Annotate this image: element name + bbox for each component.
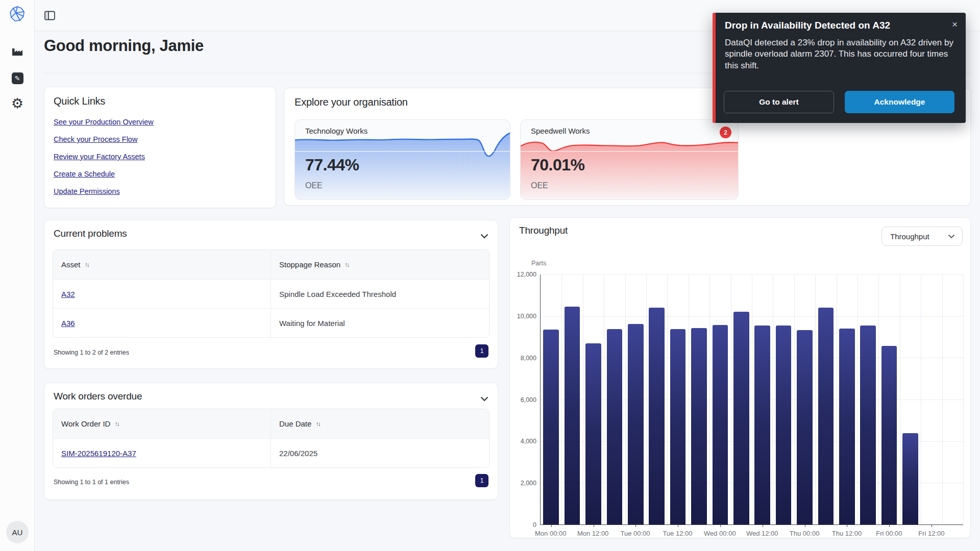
x-axis-tick-label: Wed 00:00 (704, 530, 736, 537)
work-order-link[interactable]: SIM-2025619120-A37 (61, 449, 136, 458)
go-to-alert-button[interactable]: Go to alert (724, 91, 834, 113)
x-axis-tick (847, 524, 847, 527)
sidebar-toggle-icon[interactable] (44, 10, 56, 21)
throughput-bar[interactable] (585, 343, 601, 524)
x-axis-tick (635, 524, 636, 527)
x-axis-tick (678, 524, 678, 527)
x-axis-tick-label: Mon 12:00 (577, 530, 608, 537)
pagination-page-1[interactable]: 1 (475, 344, 488, 358)
table-row: SIM-2025619120-A37 22/06/2025 (53, 438, 489, 467)
sort-icon[interactable]: ↑↓ (345, 261, 349, 268)
stoppage-reason: Waiting for Material (271, 309, 489, 337)
due-date: 22/06/2025 (271, 439, 489, 467)
x-axis-tick (889, 524, 890, 527)
current-problems-table: Asset ↑↓ Stoppage Reason ↑↓ A32 Spindle … (53, 249, 489, 338)
avatar[interactable]: AU (6, 521, 29, 543)
y-axis-tick-label: 6,000 (511, 396, 536, 404)
column-header-work-order-id: Work Order ID (61, 419, 110, 428)
gridline-horizontal (541, 358, 963, 358)
throughput-bar[interactable] (670, 329, 686, 524)
edit-icon[interactable]: ✎ (11, 71, 24, 85)
acknowledge-button[interactable]: Acknowledge (845, 91, 954, 113)
app-logo-icon[interactable] (8, 5, 27, 23)
factory-icon[interactable] (11, 45, 24, 58)
asset-link-a36[interactable]: A36 (61, 319, 75, 328)
gridline-horizontal (541, 316, 963, 317)
asset-link-a32[interactable]: A32 (61, 290, 75, 298)
metric-select-value: Throughput (890, 232, 929, 241)
quick-links-card: Quick Links See your Production Overview… (44, 87, 276, 208)
column-header-stoppage: Stoppage Reason (279, 260, 340, 269)
site-card-speedwell-works[interactable]: Speedwell Works 2 70.01% OEE (520, 119, 739, 200)
throughput-bar[interactable] (565, 307, 580, 524)
table-row: A36 Waiting for Material (53, 308, 489, 337)
site-name: Speedwell Works (531, 127, 590, 135)
x-axis-tick (932, 524, 932, 527)
close-icon[interactable]: × (952, 19, 958, 30)
gridline-horizontal (541, 441, 963, 442)
table-header-row: Asset ↑↓ Stoppage Reason ↑↓ (53, 250, 489, 279)
throughput-bar[interactable] (818, 308, 834, 524)
site-card-technology-works[interactable]: Technology Works 77.44% OEE (295, 119, 510, 200)
chevron-down-icon (948, 234, 955, 239)
stoppage-reason: Spindle Load Exceeded Threshold (271, 280, 489, 308)
x-axis-tick-label: Fri 12:00 (918, 530, 944, 537)
table-header-row: Work Order ID ↑↓ Due Date ↑↓ (53, 409, 489, 438)
throughput-bar[interactable] (713, 325, 728, 524)
current-problems-title: Current problems (54, 228, 127, 239)
throughput-bar[interactable] (881, 346, 897, 524)
toast-message: DataQI detected a 23% drop in availabili… (725, 37, 953, 71)
gridline-vertical (963, 274, 964, 524)
throughput-bar[interactable] (649, 308, 665, 524)
throughput-bar[interactable] (839, 329, 855, 524)
quick-links-title: Quick Links (54, 95, 105, 107)
x-axis-tick (720, 524, 721, 527)
alert-count-badge[interactable]: 2 (720, 127, 731, 138)
gear-icon[interactable]: ⚙ (11, 97, 24, 110)
x-axis-tick-label: Fri 00:00 (876, 530, 902, 537)
x-axis-tick (551, 524, 552, 527)
sort-icon[interactable]: ↑↓ (85, 261, 89, 268)
sort-icon[interactable]: ↑↓ (315, 420, 320, 428)
link-update-permissions[interactable]: Update Permissions (54, 187, 120, 195)
throughput-bar[interactable] (797, 330, 813, 524)
metric-select[interactable]: Throughput (881, 227, 963, 246)
link-production-overview[interactable]: See your Production Overview (54, 118, 154, 126)
y-axis-title: Parts (531, 260, 546, 267)
throughput-bar[interactable] (754, 325, 770, 524)
throughput-bar[interactable] (902, 433, 918, 524)
throughput-bar[interactable] (543, 330, 559, 524)
gridline-horizontal (541, 274, 963, 275)
y-axis-tick-label: 0 (511, 521, 536, 529)
column-header-due-date: Due Date (279, 419, 311, 428)
x-axis-tick-label: Mon 00:00 (535, 530, 566, 537)
throughput-bar[interactable] (776, 325, 792, 524)
gridline-horizontal (541, 399, 963, 400)
current-problems-card: Current problems Asset ↑↓ Stoppage Reaso… (44, 220, 498, 369)
link-create-schedule[interactable]: Create a Schedule (54, 170, 115, 178)
link-factory-assets[interactable]: Review your Factory Assets (54, 153, 145, 161)
throughput-bar[interactable] (691, 328, 707, 524)
x-axis-tick-label: Thu 00:00 (790, 530, 820, 537)
site-oee-value: 70.01% (531, 156, 585, 174)
sort-icon[interactable]: ↑↓ (114, 420, 118, 428)
y-axis-tick-label: 2,000 (511, 480, 536, 487)
y-axis-tick-label: 10,000 (511, 313, 536, 320)
throughput-bar[interactable] (860, 325, 876, 524)
collapse-chevron-icon[interactable] (480, 232, 488, 241)
toast-accent-stripe (713, 13, 716, 123)
alert-toast: Drop in Availability Detected on A32 × D… (713, 13, 966, 123)
link-process-flow[interactable]: Check your Process Flow (54, 135, 137, 143)
throughput-bar[interactable] (628, 324, 644, 524)
work-orders-title: Work orders overdue (54, 391, 142, 402)
pagination-page-1[interactable]: 1 (475, 474, 488, 487)
throughput-bar[interactable] (733, 312, 749, 524)
throughput-card: Throughput Throughput Parts 02,0004,0006… (509, 217, 971, 538)
site-metric-label: OEE (305, 181, 323, 190)
x-axis-tick (763, 524, 763, 527)
throughput-bar[interactable] (607, 329, 623, 524)
explore-title: Explore your organisation (295, 96, 408, 108)
work-orders-card: Work orders overdue Work Order ID ↑↓ Due… (44, 383, 498, 500)
y-axis-tick-label: 12,000 (511, 271, 536, 278)
collapse-chevron-icon[interactable] (480, 394, 488, 404)
